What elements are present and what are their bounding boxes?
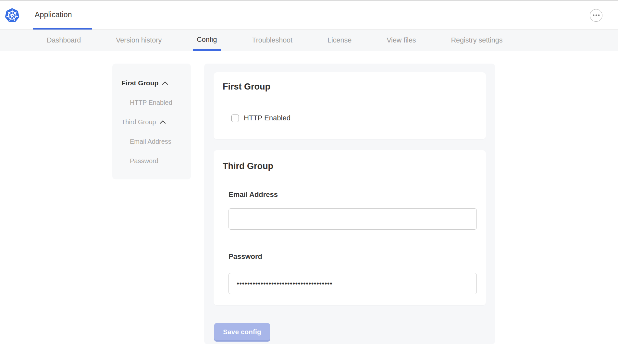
http-enabled-checkbox[interactable]	[231, 115, 239, 122]
tab-config[interactable]: Config	[193, 30, 221, 51]
tab-registry-settings[interactable]: Registry settings	[447, 30, 507, 51]
sidebar-item-label: First Group	[121, 79, 158, 87]
sidebar-item-label: Email Address	[130, 138, 171, 145]
sidebar-item-third-group[interactable]: Third Group	[121, 112, 188, 132]
sidebar-item-label: Third Group	[121, 118, 156, 126]
ellipsis-icon	[593, 14, 600, 16]
email-address-input[interactable]	[229, 208, 477, 230]
overflow-menu-button[interactable]	[590, 9, 602, 22]
http-enabled-label[interactable]: HTTP Enabled	[244, 114, 290, 122]
config-group-card-first: First Group HTTP Enabled	[214, 72, 486, 139]
sidebar-item-password[interactable]: Password	[121, 151, 188, 171]
config-group-sidebar: First Group HTTP Enabled Third Group Ema…	[112, 64, 191, 179]
tab-version-history[interactable]: Version history	[112, 30, 166, 51]
tab-troubleshoot[interactable]: Troubleshoot	[248, 30, 296, 51]
sidebar-item-email-address[interactable]: Email Address	[121, 132, 188, 151]
sidebar-item-http-enabled[interactable]: HTTP Enabled	[121, 93, 188, 112]
sidebar-item-first-group[interactable]: First Group	[121, 73, 188, 93]
sidebar-item-label: Password	[130, 157, 158, 165]
tab-view-files[interactable]: View files	[383, 30, 420, 51]
group-title: Third Group	[223, 161, 477, 171]
app-header: Application	[0, 1, 618, 30]
chevron-up-icon	[162, 81, 168, 85]
app-tab-application[interactable]: Application	[33, 1, 92, 30]
group-title: First Group	[223, 81, 477, 92]
tab-dashboard[interactable]: Dashboard	[43, 30, 85, 51]
tab-license[interactable]: License	[324, 30, 355, 51]
subnav-bar: Dashboard Version history Config Trouble…	[0, 30, 618, 51]
chevron-up-icon	[160, 120, 166, 124]
http-enabled-field: HTTP Enabled	[231, 114, 477, 122]
config-page: First Group HTTP Enabled Third Group Ema…	[0, 51, 618, 344]
kubernetes-logo-icon	[5, 8, 20, 23]
app-tab-label: Application	[35, 10, 72, 19]
config-group-card-third: Third Group Email Address Password	[214, 150, 486, 305]
config-panel: First Group HTTP Enabled Third Group Ema…	[204, 64, 495, 344]
password-label: Password	[229, 253, 477, 260]
save-config-button[interactable]: Save config	[214, 323, 270, 340]
email-address-label: Email Address	[229, 191, 477, 198]
sidebar-item-label: HTTP Enabled	[130, 99, 172, 106]
password-input[interactable]	[229, 273, 477, 294]
